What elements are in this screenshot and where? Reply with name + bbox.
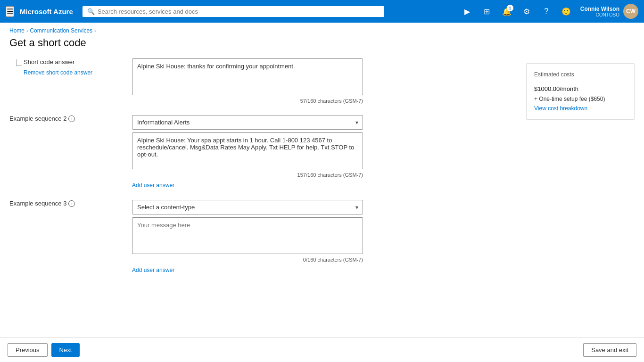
nav-icons: ▶ ⊞ 🔔 1 ⚙ ? 🙂 Connie Wilson CONTOSO CW [459,3,638,20]
user-org: CONTOSO [580,12,619,17]
example-seq2-section: Example sequence 2 i Informational Alert… [9,115,517,189]
user-info: Connie Wilson CONTOSO [580,6,619,17]
seq3-info-icon[interactable]: i [68,200,75,207]
top-navigation: ☰ Microsoft Azure 🔍 ▶ ⊞ 🔔 1 ⚙ ? 🙂 Connie… [0,0,644,23]
seq2-content-type-select[interactable]: Informational Alerts Marketing Two-facto… [132,115,363,130]
hamburger-menu-button[interactable]: ☰ [6,6,14,17]
directory-button[interactable]: ⊞ [479,3,495,20]
short-code-answer-textarea[interactable]: Alpine Ski House: thanks for confirming … [132,58,363,95]
seq3-label-area: Example sequence 3 i [9,200,132,207]
previous-button[interactable]: Previous [8,343,48,357]
cost-value: $1000.00 [534,85,560,92]
gear-icon: ⚙ [523,7,530,16]
main-area: Get a short code Short code answer Remov… [9,37,517,328]
app-logo: Microsoft Azure [20,8,73,16]
view-cost-breakdown-link[interactable]: View cost breakdown [534,105,587,112]
cost-setup: + One-time setup fee ($650) [534,96,627,102]
example-seq3-section: Example sequence 3 i Select a content-ty… [9,200,517,273]
short-code-char-count: 57/160 characters (GSM-7) [132,98,363,104]
seq3-row: Example sequence 3 i Select a content-ty… [9,200,517,263]
remove-short-code-link[interactable]: Remove short code answer [24,69,92,76]
footer-right-buttons: Save and exit [583,343,636,357]
cost-panel: Estimated costs $1000.00/month + One-tim… [526,63,635,328]
seq3-content-type-select[interactable]: Select a content-type Informational Aler… [132,200,363,214]
footer: Previous Next Save and exit [0,337,644,362]
seq3-message-textarea[interactable] [132,217,363,254]
seq3-fields: Select a content-type Informational Aler… [132,200,363,263]
search-input[interactable] [98,8,380,15]
seq2-label-area: Example sequence 2 i [9,115,132,122]
user-menu[interactable]: Connie Wilson CONTOSO CW [580,4,638,19]
search-icon: 🔍 [87,8,95,15]
short-code-answer-field: Alpine Ski House: thanks for confirming … [132,58,363,104]
seq2-message-textarea[interactable]: Alpine Ski House: Your spa appt starts i… [132,132,363,169]
seq3-content-type-wrapper: Select a content-type Informational Aler… [132,200,363,214]
notification-badge: 1 [507,5,513,11]
feedback-icon: 🙂 [561,7,571,16]
save-exit-button[interactable]: Save and exit [583,343,636,357]
seq3-char-count: 0/160 characters (GSM-7) [132,257,363,263]
seq2-fields: Informational Alerts Marketing Two-facto… [132,115,363,178]
short-code-answer-section: Short code answer Remove short code answ… [9,58,517,104]
short-code-label-area: Short code answer Remove short code answ… [9,58,132,76]
cloud-shell-icon: ▶ [464,7,470,16]
cost-card: Estimated costs $1000.00/month + One-tim… [526,63,635,120]
seq2-row: Example sequence 2 i Informational Alert… [9,115,517,178]
feedback-button[interactable]: 🙂 [558,3,575,20]
avatar: CW [623,4,638,19]
breadcrumb-home[interactable]: Home [9,27,25,34]
seq3-add-user-answer-link[interactable]: Add user answer [132,267,174,273]
breadcrumb: Home › Communication Services › [0,23,644,37]
directory-icon: ⊞ [484,7,490,16]
seq2-add-user-answer-link[interactable]: Add user answer [132,182,174,189]
cost-title: Estimated costs [534,71,627,78]
user-name: Connie Wilson [580,6,619,12]
page-title: Get a short code [9,37,517,49]
cost-period: /month [560,85,578,92]
seq2-char-count: 157/160 characters (GSM-7) [132,172,363,178]
breadcrumb-service[interactable]: Communication Services [30,27,92,34]
search-bar[interactable]: 🔍 [83,6,384,17]
cloud-shell-button[interactable]: ▶ [459,3,476,20]
cost-amount: $1000.00/month [534,81,627,94]
seq2-content-type-wrapper: Informational Alerts Marketing Two-facto… [132,115,363,130]
breadcrumb-sep-1: › [26,28,28,33]
seq3-label-text: Example sequence 3 [9,200,66,207]
help-button[interactable]: ? [538,3,555,20]
footer-left-buttons: Previous Next [8,343,80,357]
page-content: Get a short code Short code answer Remov… [0,37,644,337]
seq2-info-icon[interactable]: i [68,115,75,122]
notifications-button[interactable]: 🔔 1 [498,3,515,20]
next-button[interactable]: Next [51,343,80,357]
short-code-answer-label: Short code answer [24,58,92,66]
seq2-label-text: Example sequence 2 [9,115,66,122]
help-icon: ? [544,7,548,16]
hamburger-icon: ☰ [7,8,13,16]
settings-button[interactable]: ⚙ [518,3,535,20]
breadcrumb-sep-2: › [94,28,96,33]
